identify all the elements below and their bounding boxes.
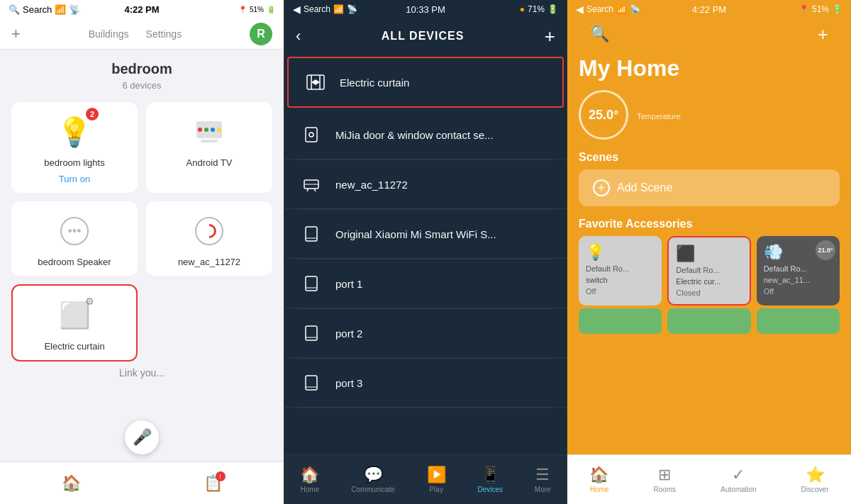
svg-rect-1 bbox=[306, 128, 317, 142]
tab-home-2[interactable]: 🏠 Home bbox=[300, 466, 319, 493]
ac-icon bbox=[195, 217, 223, 245]
panel-all-devices: ◀ Search 📶 📡 10:33 PM ● 71% 🔋 ‹ ALL DEVI… bbox=[284, 0, 567, 504]
fav-card-ac-3[interactable]: 21.0° 💨 Default Ro... new_ac_11... Off bbox=[757, 236, 840, 306]
device-row-mijia[interactable]: MiJia door & window contact se... bbox=[284, 111, 567, 159]
dot-green bbox=[204, 128, 208, 132]
device-row-xiaomi[interactable]: Original Xiaomi Mi Smart WiFi S... bbox=[284, 210, 567, 259]
tab-communicate-2[interactable]: 💬 Communicate bbox=[351, 466, 395, 493]
tab-devices-2[interactable]: 📱 Devices bbox=[477, 466, 503, 493]
discover-label-3: Discover bbox=[801, 486, 829, 493]
dot-orange-2: ● bbox=[520, 4, 525, 14]
right-icons-1: 📍 51% 🔋 bbox=[238, 6, 275, 13]
favorites-title: Favorite Accessories bbox=[579, 218, 840, 230]
back-icon-3: ◀ bbox=[576, 4, 584, 15]
device-row-port1[interactable]: port 1 bbox=[284, 259, 567, 308]
back-icon-2: ◀ bbox=[293, 4, 301, 15]
search-area-3[interactable]: ◀ Search 📶 📡 bbox=[576, 4, 640, 15]
lights-turn-on[interactable]: Turn on bbox=[59, 174, 90, 184]
search-label-1: Search bbox=[23, 4, 52, 15]
search-area-2[interactable]: ◀ Search 📶 📡 bbox=[293, 4, 357, 15]
fav-name-switch: switch bbox=[586, 276, 655, 284]
location-icon-3: 📍 bbox=[799, 4, 809, 14]
tab-automation-3[interactable]: ✓ Automation bbox=[721, 466, 757, 493]
speaker-icon: ••• bbox=[60, 217, 89, 245]
fav-small-2[interactable] bbox=[667, 308, 750, 334]
battery-icon-1: 🔋 bbox=[267, 6, 275, 13]
communicate-label-2: Communicate bbox=[351, 486, 395, 493]
xiaomi-icon bbox=[299, 221, 324, 247]
divider-6 bbox=[299, 408, 552, 408]
device-card-lights[interactable]: 💡 2 bedroom lights Turn on bbox=[11, 102, 138, 193]
bottom-bar-1: 🏠 📋 ! bbox=[0, 461, 284, 504]
temp-widget: 25.0° Temperature bbox=[579, 90, 840, 140]
signal-icon-2: 📶 bbox=[333, 4, 344, 14]
wifi-icon-1: 📡 bbox=[69, 4, 80, 15]
fav-room-switch: Default Ro... bbox=[586, 264, 655, 273]
search-label-3: Search bbox=[586, 4, 613, 14]
add-button-1[interactable]: + bbox=[11, 25, 21, 43]
page-title-2: ALL DEVICES bbox=[382, 30, 465, 43]
device-card-curtain[interactable]: ⬜ ⚙ Electric curtain bbox=[11, 284, 138, 362]
add-scene-button[interactable]: + Add Scene bbox=[579, 169, 840, 206]
battery-label-3: 51% bbox=[812, 4, 829, 14]
device-row-port2[interactable]: port 2 bbox=[284, 309, 567, 358]
status-bar-3: ◀ Search 📶 📡 4:22 PM 📍 51% 🔋 bbox=[567, 0, 851, 18]
add-scene-icon: + bbox=[593, 179, 610, 196]
svg-point-2 bbox=[309, 133, 313, 137]
top-bar-2: ‹ ALL DEVICES + bbox=[284, 18, 567, 54]
time-2: 10:33 PM bbox=[406, 4, 445, 15]
tab-settings[interactable]: Settings bbox=[146, 28, 182, 40]
tab-play-2[interactable]: ▶️ Play bbox=[427, 466, 446, 493]
battery-icon-3: 🔋 bbox=[832, 4, 842, 14]
device-card-tv[interactable]: Android TV bbox=[146, 102, 272, 193]
tab-rooms-3[interactable]: ⊞ Rooms bbox=[653, 466, 676, 493]
speaker-icon-area: ••• bbox=[53, 210, 96, 252]
panel-my-home: ◀ Search 📶 📡 4:22 PM 📍 51% 🔋 🔍 + My Home… bbox=[567, 0, 851, 504]
back-button-2[interactable]: ‹ bbox=[296, 27, 301, 45]
fav-card-electric-curtain[interactable]: ⬛ Default Ro... Electric cur... Closed bbox=[667, 236, 750, 306]
search-button-3[interactable]: 🔍 bbox=[579, 18, 621, 50]
list-nav-btn-1[interactable]: 📋 ! bbox=[204, 474, 223, 493]
add-button-3[interactable]: + bbox=[806, 18, 840, 50]
communicate-icon-2: 💬 bbox=[364, 466, 383, 484]
device-row-new-ac[interactable]: new_ac_11272 bbox=[284, 160, 567, 209]
avatar-btn[interactable]: R bbox=[250, 23, 272, 45]
search-icon-1: 🔍 bbox=[9, 4, 20, 15]
tab-discover-3[interactable]: ⭐ Discover bbox=[801, 466, 829, 493]
room-subtitle: 6 devices bbox=[11, 80, 272, 91]
temp-label: Temperature bbox=[637, 112, 681, 121]
fav-row2 bbox=[579, 308, 840, 334]
device-row-name-xiaomi: Original Xiaomi Mi Smart WiFi S... bbox=[335, 228, 552, 240]
fav-card-switch[interactable]: 💡 Default Ro... switch Off bbox=[579, 236, 662, 306]
dot-red bbox=[198, 128, 202, 132]
port1-icon bbox=[299, 271, 324, 296]
add-scene-label: Add Scene bbox=[617, 181, 672, 194]
device-row-electric-curtain[interactable]: Electric curtain bbox=[287, 57, 564, 108]
ac-meter bbox=[199, 221, 219, 241]
add-button-2[interactable]: + bbox=[545, 26, 555, 47]
favorites-section: Favorite Accessories 💡 Default Ro... swi… bbox=[567, 212, 851, 454]
device-card-speaker[interactable]: ••• bedroom Speaker bbox=[11, 201, 138, 276]
signal-icon-1: 📶 bbox=[55, 4, 66, 15]
battery-label-1: 51% bbox=[250, 6, 264, 13]
search-area-1[interactable]: 🔍 Search 📶 📡 bbox=[9, 4, 80, 15]
device-row-port3[interactable]: port 3 bbox=[284, 359, 567, 408]
ac-icon-area bbox=[188, 210, 230, 252]
tv-icon-area bbox=[188, 111, 230, 153]
home-nav-btn-1[interactable]: 🏠 bbox=[62, 474, 81, 493]
tv-screen bbox=[196, 121, 222, 138]
switch-icon: 💡 bbox=[586, 243, 655, 262]
fav-small-3[interactable] bbox=[757, 308, 840, 334]
status-bar-1: 🔍 Search 📶 📡 4:22 PM 📍 51% 🔋 bbox=[0, 0, 284, 18]
myhome-title: My Home bbox=[567, 50, 851, 84]
voice-button[interactable]: 🎤 bbox=[125, 420, 159, 454]
fav-small-1[interactable] bbox=[579, 308, 662, 334]
device-card-ac[interactable]: new_ac_11272 bbox=[146, 201, 272, 276]
svg-rect-9 bbox=[306, 276, 317, 291]
curtain-icon-3: ⬛ bbox=[676, 245, 742, 263]
tab-more-2[interactable]: ☰ More bbox=[535, 466, 551, 493]
tab-buildings[interactable]: Buildings bbox=[89, 28, 129, 40]
tab-home-3[interactable]: 🏠 Home bbox=[589, 466, 608, 493]
speaker-name: bedroom Speaker bbox=[38, 257, 111, 267]
panel-bedroom: 🔍 Search 📶 📡 4:22 PM 📍 51% 🔋 + Buildings… bbox=[0, 0, 284, 504]
